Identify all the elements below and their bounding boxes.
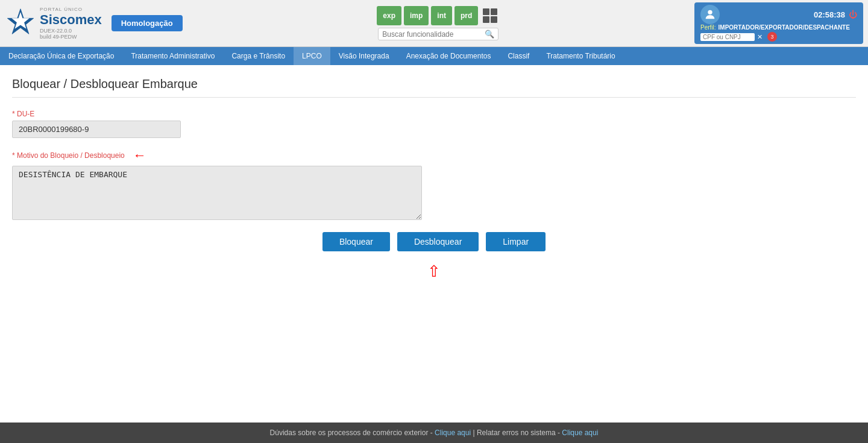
homologacao-button[interactable]: Homologação (112, 15, 183, 31)
nav-tratamento-tributario[interactable]: Tratamento Tributário (538, 47, 623, 65)
bloquear-button[interactable]: Bloquear (322, 232, 390, 251)
cpf-clear-icon[interactable]: ✕ (757, 33, 763, 41)
env-btn-prd[interactable]: prd (454, 6, 478, 25)
nav-visao-integrada[interactable]: Visão Integrada (330, 47, 398, 65)
motivo-group: * Motivo do Bloqueio / Desbloqueio ← DES… (12, 148, 856, 220)
page-title: Bloquear / Desbloquear Embarque (12, 77, 856, 98)
user-panel-top: 02:58:38 ⏻ (700, 5, 857, 24)
user-panel: 02:58:38 ⏻ Perfil: IMPORTADOR/EXPORTADOR… (694, 2, 863, 44)
env-search-area: exp imp int prd 🔍 (377, 6, 500, 40)
header: PORTAL ÚNICO Siscomex DUEX-22.0.0 build … (0, 0, 868, 47)
search-input[interactable] (382, 30, 485, 39)
duex-version: DUEX-22.0.0 (40, 28, 102, 34)
perfil-value: IMPORTADOR/EXPORTADOR/DESPACHANTE (719, 24, 850, 31)
button-row-btns: Bloquear Desbloquear Limpar (322, 232, 546, 251)
footer-text2: Relatar erros no sistema - (477, 429, 560, 437)
footer-text1: Dúvidas sobre os processos de comércio e… (270, 429, 433, 437)
due-group: * DU-E (12, 110, 856, 138)
desbloquear-button[interactable]: Desbloquear (397, 232, 479, 251)
nav-classif[interactable]: Classif (499, 47, 538, 65)
power-icon[interactable]: ⏻ (849, 10, 857, 19)
nav-declaracao[interactable]: Declaração Única de Exportação (0, 47, 122, 65)
nav-tratamento-admin[interactable]: Tratamento Administrativo (122, 47, 223, 65)
grid-icon[interactable] (480, 6, 500, 25)
button-row: Bloquear Desbloquear Limpar ⇧ (12, 232, 856, 281)
cpf-row: ✕ 3 (700, 32, 857, 42)
footer-separator: | (473, 429, 474, 437)
search-bar: 🔍 (378, 28, 498, 40)
limpar-button[interactable]: Limpar (486, 232, 546, 251)
build-label: build 49-PEDW (40, 34, 102, 40)
motivo-textarea[interactable]: DESISTÊNCIA DE EMBARQUE (12, 166, 422, 220)
nav-lpco[interactable]: LPCO (294, 47, 330, 65)
user-icon (703, 8, 717, 21)
due-label: * DU-E (12, 110, 856, 118)
arrow-up-annotation: ⇧ (427, 262, 441, 281)
nav-carga-transito[interactable]: Carga e Trânsito (223, 47, 294, 65)
main-content: Bloquear / Desbloquear Embarque * DU-E *… (0, 65, 868, 423)
nav-bar: Declaração Única de Exportação Tratament… (0, 47, 868, 65)
due-input[interactable] (12, 121, 181, 138)
logo-area: PORTAL ÚNICO Siscomex DUEX-22.0.0 build … (5, 7, 102, 40)
footer-link1[interactable]: Clique aqui (435, 429, 471, 437)
svg-point-2 (708, 10, 712, 14)
motivo-label-row: * Motivo do Bloqueio / Desbloqueio ← (12, 148, 856, 163)
env-btn-exp[interactable]: exp (377, 6, 401, 25)
user-profile-row: Perfil: IMPORTADOR/EXPORTADOR/DESPACHANT… (700, 24, 857, 31)
notification-badge[interactable]: 3 (767, 32, 777, 42)
clock-time: 02:58:38 (814, 10, 845, 19)
env-btn-imp[interactable]: imp (404, 6, 429, 25)
siscomex-label: Siscomex (40, 12, 102, 28)
footer-link2[interactable]: Clique aqui (562, 429, 598, 437)
portal-label: PORTAL ÚNICO (40, 7, 102, 12)
env-buttons: exp imp int prd (377, 6, 500, 25)
cpf-input[interactable] (700, 33, 755, 41)
logo-text: PORTAL ÚNICO Siscomex DUEX-22.0.0 build … (40, 7, 102, 40)
logo-star-icon (5, 8, 36, 39)
nav-anexacao[interactable]: Anexação de Documentos (398, 47, 500, 65)
user-avatar (700, 5, 720, 24)
perfil-label: Perfil: (700, 24, 716, 31)
arrow-left-annotation: ← (133, 148, 146, 163)
motivo-label: * Motivo do Bloqueio / Desbloqueio (12, 151, 125, 160)
footer: Dúvidas sobre os processos de comércio e… (0, 423, 868, 443)
search-icon[interactable]: 🔍 (485, 30, 494, 39)
env-btn-int[interactable]: int (431, 6, 452, 25)
